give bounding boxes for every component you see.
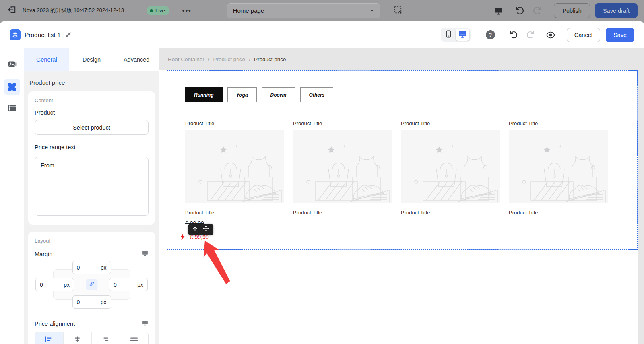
select-product-button[interactable]: Select product: [35, 120, 149, 135]
desktop-preview-icon[interactable]: [493, 6, 503, 16]
link-margins-button[interactable]: [86, 279, 97, 290]
product-image-placeholder: [509, 130, 608, 203]
align-right-icon: [102, 336, 110, 344]
live-badge: Live: [147, 6, 169, 15]
topbar-actions: Publish Save draft: [493, 3, 638, 18]
price-cluster: £ 99,99 £ 99,99: [185, 220, 284, 243]
price-range-input[interactable]: From: [35, 157, 149, 216]
section-title: Product list 1: [25, 31, 61, 39]
product-title-top: Product Title: [293, 120, 392, 126]
product-title-bottom: Product Title: [509, 210, 608, 216]
exit-icon: [7, 5, 17, 16]
product-title-top: Product Title: [185, 120, 284, 126]
margin-left-field[interactable]: px: [35, 278, 74, 291]
margin-top-unit: px: [101, 264, 107, 271]
tab-advanced[interactable]: Advanced: [114, 48, 159, 71]
panel-tabs: General Design Advanced: [24, 48, 159, 71]
margin-left-input[interactable]: [40, 282, 56, 288]
save-button[interactable]: Save: [606, 28, 634, 42]
margin-bottom-input[interactable]: [77, 299, 93, 305]
breadcrumb-product-price-2[interactable]: Product price: [254, 56, 286, 62]
product-card[interactable]: Product Title Product Title: [293, 120, 392, 243]
live-badge-label: Live: [155, 8, 165, 14]
image-icon: [7, 60, 17, 71]
align-right-button[interactable]: [91, 332, 120, 344]
elements-clover-icon: [8, 83, 16, 91]
breadcrumb: Root Container / Product price / Product…: [159, 48, 644, 70]
admin-topbar: Nova 2023 的升级版 10:47:52 2024-12-13 Live …: [0, 0, 644, 21]
element-toolbar[interactable]: [188, 224, 213, 235]
product-field-label: Product: [35, 109, 149, 116]
settings-panel: General Design Advanced Product price Co…: [24, 48, 159, 344]
more-options-button[interactable]: •••: [182, 7, 192, 14]
align-left-icon: [45, 336, 53, 344]
layers-panel-button[interactable]: [4, 101, 20, 117]
collection-tab-doown[interactable]: Doown: [262, 87, 295, 102]
product-title-bottom: Product Title: [401, 210, 500, 216]
breadcrumb-root-container[interactable]: Root Container: [168, 56, 204, 62]
select-parent-icon[interactable]: [192, 226, 198, 233]
topbar-redo-button[interactable]: [533, 6, 543, 16]
redo-button[interactable]: [526, 30, 535, 39]
layers-icon: [7, 103, 17, 114]
drag-move-icon[interactable]: [203, 225, 209, 233]
margin-right-field[interactable]: px: [109, 278, 148, 291]
live-dot-icon: [150, 9, 153, 12]
align-center-icon: [73, 336, 81, 344]
collection-tabs: Running Yoga Doown Others: [185, 87, 637, 102]
page-preview: Running Yoga Doown Others Product Title: [159, 70, 638, 344]
exit-editor-button[interactable]: [6, 6, 17, 16]
product-title-bottom: Product Title: [293, 210, 392, 216]
price-range-label: Price range text: [35, 144, 76, 152]
product-card[interactable]: Product Title Product Title: [401, 120, 500, 243]
align-left-button[interactable]: [35, 332, 63, 344]
margin-top-input[interactable]: [77, 264, 93, 271]
editor-modal: Product list 1: [0, 21, 644, 344]
price-alignment-label: Price alignment: [35, 321, 75, 327]
collection-tab-others[interactable]: Others: [300, 87, 334, 102]
align-justify-icon: [130, 336, 138, 344]
margin-bottom-field[interactable]: px: [72, 295, 111, 309]
rename-pencil-icon[interactable]: [65, 31, 72, 38]
publish-button[interactable]: Publish: [554, 3, 590, 18]
help-button[interactable]: ?: [486, 30, 495, 39]
breadcrumb-product-price-1[interactable]: Product price: [213, 56, 246, 62]
desktop-view-button[interactable]: [456, 29, 469, 41]
editor-header: Product list 1: [0, 21, 644, 48]
collection-tab-running[interactable]: Running: [185, 87, 223, 102]
tab-general[interactable]: General: [24, 48, 69, 71]
desktop-only-icon: [142, 319, 149, 328]
root-container-selection[interactable]: Running Yoga Doown Others Product Title: [167, 70, 638, 250]
margin-top-field[interactable]: px: [72, 261, 111, 274]
breadcrumb-separator: /: [249, 56, 250, 62]
margin-bottom-unit: px: [101, 299, 107, 305]
mobile-view-button[interactable]: [442, 29, 456, 41]
product-image-placeholder: [293, 130, 392, 203]
margin-right-input[interactable]: [114, 282, 130, 288]
mobile-icon: [444, 30, 453, 40]
product-image-placeholder: [185, 130, 284, 203]
content-card: Content Product Select product Price ran…: [28, 91, 155, 225]
product-card[interactable]: Product Title Product Title: [185, 120, 284, 243]
product-card[interactable]: Product Title Product Title: [509, 120, 608, 243]
product-title-top: Product Title: [401, 120, 500, 126]
undo-button[interactable]: [509, 30, 518, 39]
elements-panel-button[interactable]: [4, 79, 20, 95]
product-grid: Product Title Product Title: [185, 120, 637, 243]
media-library-button[interactable]: [4, 57, 20, 73]
page-selector-value: Home page: [233, 7, 264, 14]
select-element-tool-button[interactable]: [394, 6, 404, 16]
layout-section-label: Layout: [35, 238, 149, 244]
preview-eye-button[interactable]: [546, 30, 555, 40]
chevron-down-icon: [370, 10, 374, 12]
topbar-undo-button[interactable]: [514, 6, 524, 16]
align-justify-button[interactable]: [120, 332, 149, 344]
tab-design[interactable]: Design: [69, 48, 114, 71]
collection-tab-yoga[interactable]: Yoga: [227, 87, 257, 102]
align-center-button[interactable]: [63, 332, 92, 344]
chain-link-icon: [88, 280, 95, 289]
save-draft-button[interactable]: Save draft: [595, 3, 638, 18]
page-selector-dropdown[interactable]: Home page: [227, 3, 380, 18]
left-icon-rail: [0, 48, 24, 344]
cancel-button[interactable]: Cancel: [567, 28, 600, 42]
